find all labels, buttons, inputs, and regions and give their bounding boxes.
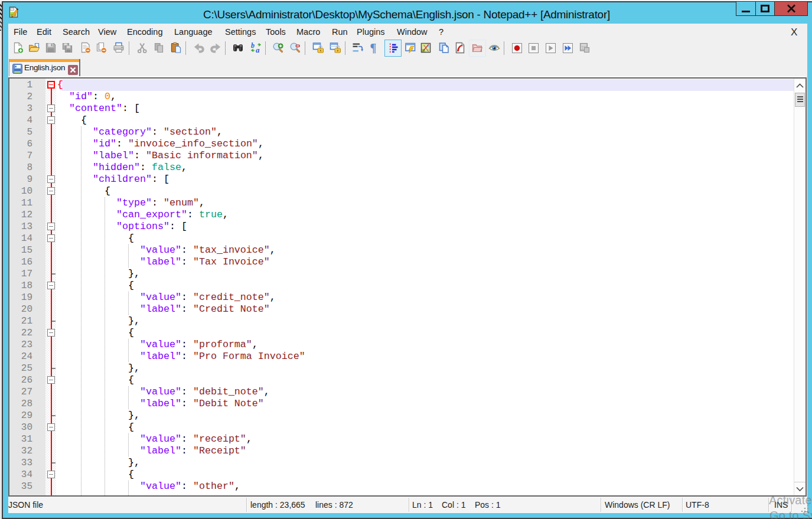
svg-text:b: b [251,42,255,50]
svg-text:¶: ¶ [370,42,376,54]
svg-text:a: a [256,45,260,54]
